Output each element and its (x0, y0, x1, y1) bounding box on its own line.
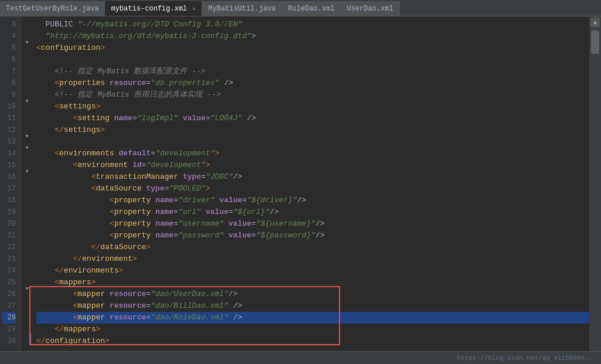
tab-testgetuserbyole[interactable]: TestGetUserByRole.java (0, 1, 105, 16)
line-num-11: 11 (2, 113, 16, 124)
code-line-18: <property name="driver" value="${driver}… (36, 195, 589, 206)
line-num-22: 22 (2, 241, 16, 253)
line-num-26: 26 (2, 288, 16, 300)
code-line-3: PUBLIC "-//mybatis.org//DTD Config 3.0//… (36, 19, 589, 30)
tab-label: UserDao.xml (347, 5, 393, 13)
status-bar: https://blog.csdn.net/qq_41150989... (0, 351, 601, 364)
code-line-4: "http://mybatis.org/dtd/mybatis-3-config… (36, 30, 589, 42)
code-line-17: <dataSource type="POOLED"> (36, 183, 589, 195)
tab-label: TestGetUserByRole.java (6, 5, 99, 13)
code-line-30: </configuration> (36, 335, 589, 347)
line-num-25: 25 (2, 277, 16, 288)
code-line-21: <property name="password" value="${passw… (36, 230, 589, 241)
code-line-23: </environment> (36, 253, 589, 265)
code-line-24: </environments> (36, 265, 589, 277)
line-num-10: 10 (2, 101, 16, 113)
tab-label: MyBatisUtil.java (208, 5, 276, 13)
left-indicator-bar (29, 333, 31, 345)
code-line-9: <!-- 指定 MyBatis 所用日志的具体实现 --> (36, 89, 589, 101)
tab-mybatis-config[interactable]: mybatis-config.xml ✕ (105, 1, 202, 16)
fold-gutter: ▼ ▼ ▼ ▼ ▼ ▼ (21, 16, 29, 351)
line-num-6: 6 (2, 54, 16, 66)
line-num-27: 27 (2, 300, 16, 312)
close-icon[interactable]: ✕ (192, 5, 196, 12)
code-line-26: <mapper resource="dao/UserDao.xml"/> (36, 288, 589, 300)
code-line-15: <environment id="development"> (36, 159, 589, 171)
line-num-28: 28 (2, 312, 16, 324)
code-line-12: </settings> (36, 124, 589, 136)
line-num-19: 19 (2, 206, 16, 218)
code-line-14: <environments default="development"> (36, 148, 589, 159)
scroll-up-arrow[interactable]: ▲ (590, 18, 600, 27)
line-num-8: 8 (2, 77, 16, 89)
line-num-16: 16 (2, 171, 16, 183)
line-num-15: 15 (2, 159, 16, 171)
line-num-20: 20 (2, 218, 16, 230)
line-num-12: 12 (2, 124, 16, 136)
fold-arrow-17[interactable]: ▼ (26, 169, 29, 175)
tab-roledao[interactable]: RoleDao.xml (282, 1, 341, 16)
editor-window: TestGetUserByRole.java mybatis-config.xm… (0, 0, 601, 364)
line-num-17: 17 (2, 183, 16, 195)
code-line-20: <property name="username" value="${usern… (36, 218, 589, 230)
code-line-16: <transactionManager type="JDBC"/> (36, 171, 589, 183)
tab-bar: TestGetUserByRole.java mybatis-config.xm… (0, 0, 601, 16)
scroll-thumb[interactable] (591, 30, 599, 54)
code-line-11: <setting name="logImpl" value="LOG4J" /> (36, 113, 589, 124)
tab-mybatisutil[interactable]: MyBatisUtil.java (202, 1, 282, 16)
code-line-27: <mapper resource="dao/BillDao.xml" /> (36, 300, 589, 312)
tab-userdao[interactable]: UserDao.xml (341, 1, 400, 16)
code-line-29: </mappers> (36, 324, 589, 335)
line-num-30: 30 (2, 335, 16, 347)
code-line-10: <settings> (36, 101, 589, 113)
fold-arrow-14[interactable]: ▼ (26, 134, 29, 140)
fold-arrow-25[interactable]: ▼ (26, 286, 29, 292)
code-editor[interactable]: PUBLIC "-//mybatis.org//DTD Config 3.0//… (29, 16, 589, 351)
scrollbar-panel: ▲ (589, 16, 601, 351)
watermark-text: https://blog.csdn.net/qq_41150989... (457, 355, 596, 362)
line-num-13: 13 (2, 136, 16, 148)
code-line-8: <properties resource="db.properties" /> (36, 77, 589, 89)
line-num-4: 4 (2, 30, 16, 42)
code-line-22: </dataSource> (36, 241, 589, 253)
editor-area: 3 4 5 6 7 8 9 10 11 12 13 14 15 16 17 18… (0, 16, 601, 351)
line-num-3: 3 (2, 19, 16, 30)
line-num-24: 24 (2, 265, 16, 277)
line-num-18: 18 (2, 195, 16, 206)
code-line-5: <configuration> (36, 42, 589, 54)
code-line-6 (36, 54, 589, 66)
line-num-14: 14 (2, 148, 16, 159)
line-num-29: 29 (2, 324, 16, 335)
line-numbers: 3 4 5 6 7 8 9 10 11 12 13 14 15 16 17 18… (0, 16, 21, 351)
code-line-28: <mapper resource="dao/RoleDao.xml" /> (36, 312, 589, 324)
code-line-25: <mappers> (36, 277, 589, 288)
line-num-5: 5 (2, 42, 16, 54)
tab-label: RoleDao.xml (288, 5, 334, 13)
fold-arrow-5[interactable]: ▼ (26, 40, 29, 46)
fold-arrow-15[interactable]: ▼ (26, 145, 29, 151)
code-line-13 (36, 136, 589, 148)
line-num-21: 21 (2, 230, 16, 241)
line-num-9: 9 (2, 89, 16, 101)
fold-arrow-10[interactable]: ▼ (26, 98, 29, 104)
line-num-7: 7 (2, 66, 16, 77)
code-line-19: <property name="url" value="${url}"/> (36, 206, 589, 218)
code-line-7: <!-- 指定 MyBatis 数据库配置文件 --> (36, 66, 589, 77)
line-num-23: 23 (2, 253, 16, 265)
tab-label: mybatis-config.xml (111, 5, 187, 13)
